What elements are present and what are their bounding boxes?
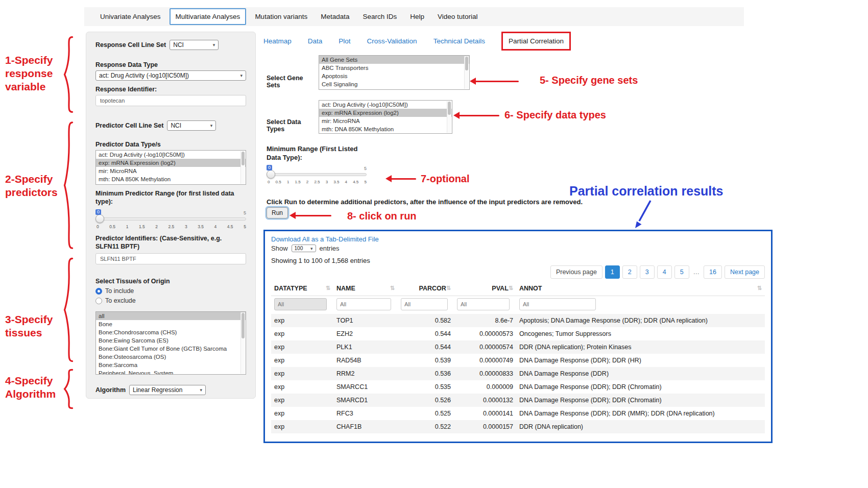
tab-cross-validation[interactable]: Cross-Validation bbox=[367, 37, 417, 45]
listbox-option[interactable]: ABC Transporters bbox=[319, 64, 469, 72]
response-identifier-input[interactable] bbox=[95, 95, 246, 106]
nav-tab-metadata[interactable]: Metadata bbox=[314, 13, 356, 20]
listbox-option[interactable]: Bone bbox=[96, 320, 246, 328]
column-header-annot[interactable]: ⇅ANNOT bbox=[516, 282, 765, 296]
listbox-option[interactable]: mir: MicroRNA bbox=[319, 117, 452, 125]
column-header-datatype[interactable]: ⇅DATATYPE bbox=[271, 282, 333, 296]
page-size-select[interactable]: 100 ▾ bbox=[292, 245, 316, 252]
slider-track[interactable] bbox=[95, 217, 246, 221]
pagination-next-button[interactable]: Next page bbox=[725, 265, 765, 279]
nav-tab-multivariate-analyses[interactable]: Multivariate Analyses bbox=[170, 8, 247, 25]
table-row[interactable]: expRFC30.5250.0000141DNA Damage Response… bbox=[271, 407, 765, 420]
tab-partial-correlation[interactable]: Partial Correlation bbox=[501, 32, 571, 51]
listbox-option[interactable]: act: Drug Activity (-log10[IC50M]) bbox=[319, 101, 452, 109]
listbox-option[interactable]: all bbox=[96, 312, 246, 320]
algorithm-select[interactable]: Linear Regression ▾ bbox=[129, 385, 206, 395]
listbox-option[interactable]: act: Drug Activity (-log10[IC50M]) bbox=[96, 151, 246, 159]
slider-max-label: 5 bbox=[244, 210, 246, 215]
listbox-option[interactable]: Bone:Chondrosarcoma (CHS) bbox=[96, 328, 246, 336]
run-button[interactable]: Run bbox=[267, 207, 288, 218]
nav-tab-video-tutorial[interactable]: Video tutorial bbox=[431, 13, 485, 20]
tab-technical-details[interactable]: Technical Details bbox=[433, 37, 485, 45]
predictor-identifiers-input[interactable] bbox=[95, 253, 246, 264]
pagination-page-button[interactable]: 1 bbox=[605, 265, 620, 279]
analysis-tabs: Heatmap Data Plot Cross-Validation Techn… bbox=[263, 32, 571, 51]
scrollbar[interactable] bbox=[447, 101, 451, 133]
listbox-option[interactable]: exp: mRNA Expression (log2) bbox=[96, 159, 246, 167]
listbox-option[interactable]: Apoptosis bbox=[319, 72, 469, 80]
tab-heatmap[interactable]: Heatmap bbox=[263, 37, 292, 45]
gene-sets-listbox[interactable]: All Gene Sets ABC Transporters Apoptosis… bbox=[319, 55, 470, 90]
filter-input-parcor[interactable] bbox=[401, 298, 448, 310]
cell-datatype: exp bbox=[271, 380, 333, 394]
pagination-page-button[interactable]: 4 bbox=[657, 265, 672, 279]
cell-name: PLK1 bbox=[333, 340, 398, 354]
sort-icon: ⇅ bbox=[757, 285, 762, 291]
listbox-option[interactable]: mir: MicroRNA bbox=[96, 167, 246, 175]
tissue-exclude-radio[interactable]: To exclude bbox=[95, 297, 246, 304]
cell-annot: Oncogenes; Tumor Suppressors bbox=[516, 327, 765, 340]
download-link[interactable]: Download All as a Tab-Delimited File bbox=[271, 235, 379, 243]
predictor-data-types-listbox[interactable]: act: Drug Activity (-log10[IC50M]) exp: … bbox=[95, 150, 246, 185]
table-row[interactable]: expPLK10.5440.00000574DDR (DNA replicati… bbox=[271, 340, 765, 354]
listbox-option[interactable]: Bone:Osteosarcoma (OS) bbox=[96, 353, 246, 361]
filter-input-name[interactable] bbox=[336, 298, 391, 310]
nav-tab-univariate-analyses[interactable]: Univariate Analyses bbox=[93, 13, 167, 20]
table-row[interactable]: expTOP10.5828.6e-7Apoptosis; DNA Damage … bbox=[271, 314, 765, 327]
tab-data[interactable]: Data bbox=[308, 37, 323, 45]
table-row[interactable]: expSMARCD10.5260.0000132DNA Damage Respo… bbox=[271, 394, 765, 407]
slider-thumb[interactable] bbox=[95, 214, 104, 223]
listbox-option[interactable]: Bone:Sarcoma bbox=[96, 361, 246, 369]
cell-parcor: 0.544 bbox=[398, 327, 454, 340]
annotation-step5: 5- Specify gene sets bbox=[540, 74, 638, 87]
listbox-option[interactable]: mth: DNA 850K Methylation bbox=[96, 175, 246, 183]
scrollbar-thumb[interactable] bbox=[242, 313, 245, 338]
slider-thumb[interactable] bbox=[267, 170, 275, 179]
scrollbar-thumb[interactable] bbox=[465, 57, 468, 70]
filter-input-annot[interactable] bbox=[519, 298, 596, 310]
table-row[interactable]: expCHAF1B0.5220.0000157DDR (DNA replicat… bbox=[271, 420, 765, 433]
scrollbar[interactable] bbox=[240, 312, 245, 374]
scrollbar-thumb[interactable] bbox=[448, 102, 451, 115]
listbox-option[interactable]: All Gene Sets bbox=[319, 56, 469, 64]
cell-name: SMARCD1 bbox=[333, 394, 398, 407]
column-header-parcor[interactable]: ⇅PARCOR bbox=[398, 282, 454, 296]
scrollbar[interactable] bbox=[240, 151, 245, 184]
column-header-pval[interactable]: ⇅PVAL bbox=[454, 282, 516, 296]
scrollbar[interactable] bbox=[464, 56, 469, 89]
predictor-cell-line-set-select[interactable]: NCI ▾ bbox=[167, 120, 216, 131]
cell-pval: 0.0000132 bbox=[454, 394, 516, 407]
cell-parcor: 0.535 bbox=[398, 380, 454, 394]
filter-input-datatype[interactable] bbox=[274, 298, 327, 310]
scrollbar-thumb[interactable] bbox=[242, 152, 245, 165]
listbox-option[interactable]: mth: DNA 850K Methylation bbox=[319, 125, 452, 133]
pagination-page-button[interactable]: 2 bbox=[622, 265, 637, 279]
listbox-option[interactable]: Cell Signaling bbox=[319, 80, 469, 88]
pagination-prev-button[interactable]: Previous page bbox=[550, 265, 602, 279]
tissue-listbox[interactable]: all Bone Bone:Chondrosarcoma (CHS) Bone:… bbox=[95, 311, 246, 375]
data-types-listbox[interactable]: act: Drug Activity (-log10[IC50M]) exp: … bbox=[319, 100, 452, 134]
response-data-type-select[interactable]: act: Drug Activity (-log10[IC50M]) ▾ bbox=[95, 70, 246, 81]
sort-icon: ⇅ bbox=[446, 285, 451, 291]
slider-track[interactable] bbox=[267, 173, 367, 176]
listbox-option[interactable]: exp: mRNA Expression (log2) bbox=[319, 109, 452, 117]
table-row[interactable]: expSMARCC10.5350.000009DNA Damage Respon… bbox=[271, 380, 765, 394]
pagination-page-button[interactable]: 16 bbox=[704, 265, 722, 279]
table-row[interactable]: expEZH20.5440.00000573Oncogenes; Tumor S… bbox=[271, 327, 765, 340]
cell-annot: DDR (DNA replication) bbox=[516, 420, 765, 433]
nav-tab-help[interactable]: Help bbox=[403, 13, 431, 20]
table-row[interactable]: expRAD54B0.5390.00000749DNA Damage Respo… bbox=[271, 354, 765, 367]
response-cell-line-set-select[interactable]: NCI ▾ bbox=[170, 40, 219, 50]
listbox-option[interactable]: Peripheral_Nervous_System bbox=[96, 369, 246, 375]
column-header-name[interactable]: ⇅NAME bbox=[333, 282, 398, 296]
tab-plot[interactable]: Plot bbox=[339, 37, 350, 45]
pagination-page-button[interactable]: 3 bbox=[640, 265, 655, 279]
nav-tab-search-ids[interactable]: Search IDs bbox=[356, 13, 403, 20]
listbox-option[interactable]: Bone:Giant Cell Tumor of Bone (GCTB) Sar… bbox=[96, 345, 246, 353]
table-row[interactable]: expRRM20.5360.00000833DNA Damage Respons… bbox=[271, 367, 765, 380]
nav-tab-mutation-variants[interactable]: Mutation variants bbox=[248, 13, 314, 20]
tissue-include-radio[interactable]: To include bbox=[95, 287, 246, 295]
listbox-option[interactable]: Bone:Ewing Sarcoma (ES) bbox=[96, 336, 246, 345]
filter-input-pval[interactable] bbox=[457, 298, 510, 310]
pagination-page-button[interactable]: 5 bbox=[674, 265, 689, 279]
